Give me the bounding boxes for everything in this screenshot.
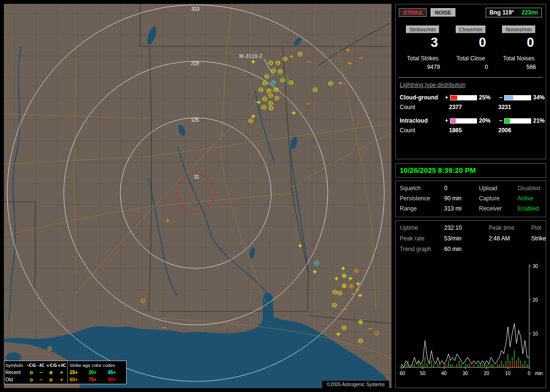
intracloud-label: Intracloud — [400, 117, 443, 124]
legend-col-pic: +IC — [56, 362, 67, 369]
total-noises-label: Total Noises — [495, 55, 543, 62]
cg-count-label: Count — [400, 104, 449, 111]
svg-text:10: 10 — [505, 371, 511, 376]
cg-plus-count: 2377 — [449, 104, 498, 111]
age-code-45: 45+ — [106, 369, 125, 376]
strikes-per-min-button[interactable]: Strikes/min — [406, 26, 439, 33]
distribution-title-link[interactable]: Lightning type distribution — [400, 82, 465, 88]
strike-button[interactable]: STRIKE — [399, 8, 427, 17]
minus-sign: − — [497, 94, 504, 101]
upload-status: Disabled — [518, 185, 542, 192]
counters-box: STRIKE NOISE Bng 119° 223mi Strikes/min … — [395, 4, 546, 159]
svg-text:20: 20 — [484, 371, 490, 376]
pos-ic-icon: + — [56, 369, 67, 376]
copyright-text: ©2005 Astrogenic Systems — [322, 380, 390, 388]
range-ring-label: 31 — [194, 174, 200, 180]
cg-minus-bar — [504, 95, 531, 100]
neg-cg-icon: ⊖ — [27, 376, 36, 383]
ic-plus-bar — [450, 118, 477, 124]
age-code-15: 15+ — [67, 369, 87, 376]
plus-sign: + — [443, 94, 450, 101]
datetime-display: 10/26/2025 8:39:20 PM — [395, 163, 546, 178]
peak-rate-value: 53/min — [444, 235, 489, 242]
bearing-readout: Bng 119° 223mi — [486, 8, 542, 17]
divider — [399, 77, 543, 78]
age-code-90: 90+ — [106, 376, 125, 383]
peak-rate-label: Peak rate — [400, 235, 444, 242]
stats-box: Uptime 232:10 Peak time Plot Peak rate 5… — [395, 220, 546, 388]
persistence-value: 90 min — [444, 195, 479, 202]
svg-text:60: 60 — [400, 371, 405, 376]
ic-plus-percent: 20% — [477, 117, 497, 124]
legend-row-old-label: Old — [5, 376, 27, 383]
close-per-min-button[interactable]: Close/min — [456, 26, 486, 33]
plot-value: Strike — [531, 235, 546, 242]
age-code-30: 30+ — [87, 369, 106, 376]
cg-plus-percent: 25% — [477, 94, 497, 101]
total-close-label: Total Close — [447, 55, 494, 62]
close-per-min-value: 0 — [447, 35, 494, 50]
range-ring-label: 125 — [191, 117, 199, 123]
receiver-label: Receiver — [479, 205, 518, 212]
legend-col-nic: -IC — [36, 362, 46, 369]
capture-label: Capture — [479, 195, 518, 202]
status-panel: STRIKE NOISE Bng 119° 223mi Strikes/min … — [395, 4, 546, 388]
svg-text:30: 30 — [463, 371, 468, 376]
nexstorm-window: 31321912531M-3119-2 Symbols -CG -IC +CG … — [0, 0, 550, 392]
total-noises-value: 566 — [495, 64, 543, 70]
svg-text:30: 30 — [533, 264, 538, 269]
receiver-status: Enabled — [518, 205, 542, 212]
squelch-value: 0 — [444, 185, 479, 192]
ic-minus-percent: 21% — [531, 117, 550, 124]
svg-text:20: 20 — [533, 297, 538, 303]
noises-per-min-button[interactable]: Noises/min — [502, 26, 535, 33]
station-marker — [195, 192, 197, 194]
svg-text:10: 10 — [533, 331, 538, 336]
peak-time-value: 2:48 AM — [489, 235, 531, 242]
cg-plus-bar — [450, 95, 477, 100]
neg-cg-icon: ⊖ — [27, 369, 36, 376]
legend-row-recent-label: Recent — [5, 369, 27, 376]
svg-text:40: 40 — [441, 371, 447, 376]
noises-per-min-value: 0 — [495, 35, 543, 50]
total-close-value: 0 — [447, 64, 494, 70]
svg-text:0: 0 — [528, 371, 531, 376]
legend-symbols-title: Symbols — [5, 362, 27, 369]
range-value: 313 mi — [444, 205, 479, 212]
total-strikes-label: Total Strikes — [399, 55, 447, 62]
ic-count-label: Count — [400, 127, 449, 134]
settings-box: Squelch 0 Upload Disabled Persistence 90… — [395, 181, 546, 217]
cg-minus-count: 3231 — [498, 104, 542, 111]
capture-status: Active — [518, 195, 542, 202]
total-strikes-value: 9479 — [399, 64, 447, 70]
ic-minus-bar — [504, 118, 531, 124]
uptime-label: Uptime — [400, 224, 444, 231]
persistence-label: Persistence — [400, 195, 444, 202]
legend-age-title: Strike age color codes — [67, 362, 125, 369]
svg-text:50: 50 — [420, 371, 426, 376]
lightning-map[interactable]: 31321912531M-3119-2 Symbols -CG -IC +CG … — [4, 4, 391, 388]
minus-sign: − — [497, 117, 504, 124]
bearing-distance: 223mi — [521, 9, 538, 16]
pos-cg-icon: ⊕ — [46, 376, 56, 383]
pos-cg-icon: ⊕ — [46, 369, 56, 376]
svg-text:min: min — [535, 371, 543, 376]
trend-graph-window: 60 min — [444, 246, 489, 252]
cg-minus-percent: 34% — [531, 94, 550, 101]
range-ring-label: 313 — [191, 6, 200, 12]
map-canvas[interactable]: 31321912531M-3119-2 — [4, 4, 391, 388]
legend-col-pcg: +CG — [46, 362, 56, 369]
neg-ic-icon: − — [36, 376, 46, 383]
neg-ic-icon: − — [36, 369, 46, 376]
squelch-label: Squelch — [400, 185, 444, 192]
legend-col-ncg: -CG — [27, 362, 36, 369]
range-ring-label: 219 — [191, 61, 199, 66]
cloud-ground-label: Cloud-ground — [400, 94, 443, 101]
uptime-value: 232:10 — [444, 224, 489, 231]
pos-ic-icon: + — [56, 376, 67, 383]
storm-track-label: M-3119-2 — [239, 53, 262, 59]
peak-time-label: Peak time — [489, 224, 531, 231]
noise-button[interactable]: NOISE — [431, 8, 456, 17]
ic-plus-count: 1865 — [449, 127, 498, 134]
trend-graph: 3020106050403020100min — [400, 257, 544, 380]
